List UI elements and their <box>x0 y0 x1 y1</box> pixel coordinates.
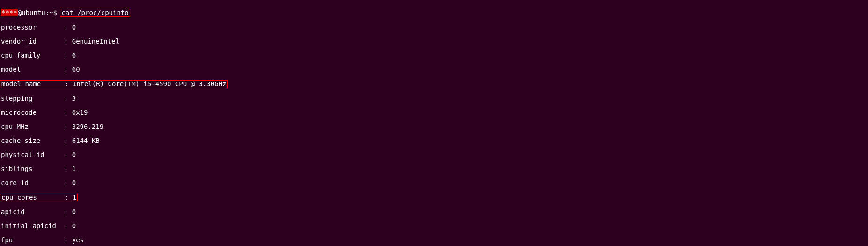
colon: : <box>64 151 72 158</box>
row-cpu-cores: cpu cores : 1 <box>1 194 867 201</box>
highlight-model-name: model name : Intel(R) Core(TM) i5-4590 C… <box>0 80 228 88</box>
colon: : <box>64 66 72 73</box>
prompt-user-masked: **** <box>1 9 18 16</box>
colon: : <box>64 165 72 172</box>
row-model-name: model name : Intel(R) Core(TM) i5-4590 C… <box>1 80 867 88</box>
prompt-line: ****@ubuntu:~$ cat /proc/cpuinfo <box>1 9 867 17</box>
colon: : <box>64 109 72 116</box>
colon: : <box>64 222 72 230</box>
row-cpu-family: cpu family : 6 <box>1 52 867 59</box>
prompt-host: @ubuntu:~$ <box>18 9 61 16</box>
row-physical-id: physical id : 0 <box>1 151 867 158</box>
row-initial-apicid: initial apicid : 0 <box>1 223 867 230</box>
highlight-cpu-cores: cpu cores : 1 <box>0 194 78 201</box>
row-fpu: fpu : yes <box>1 237 867 244</box>
terminal-output[interactable]: ****@ubuntu:~$ cat /proc/cpuinfo process… <box>0 0 868 246</box>
colon: : <box>64 208 72 216</box>
row-microcode: microcode : 0x19 <box>1 109 867 116</box>
row-cpu-mhz: cpu MHz : 3296.219 <box>1 123 867 130</box>
colon: : <box>64 179 72 186</box>
row-vendor-id: vendor_id : GenuineIntel <box>1 38 867 45</box>
row-siblings: siblings : 1 <box>1 165 867 172</box>
colon: : <box>64 23 72 31</box>
colon: : <box>64 52 72 59</box>
colon: : <box>64 137 72 144</box>
row-cache-size: cache size : 6144 KB <box>1 137 867 144</box>
row-stepping: stepping : 3 <box>1 95 867 102</box>
colon: : <box>64 95 72 102</box>
colon: : <box>65 80 73 88</box>
highlight-command: cat /proc/cpuinfo <box>60 9 130 17</box>
colon: : <box>64 123 72 130</box>
row-processor: processor : 0 <box>1 24 867 31</box>
colon: : <box>64 236 72 244</box>
row-model: model : 60 <box>1 66 867 73</box>
row-core-id: core id : 0 <box>1 179 867 186</box>
colon: : <box>65 194 73 201</box>
command-text: cat /proc/cpuinfo <box>61 9 128 16</box>
colon: : <box>64 37 72 45</box>
row-apicid: apicid : 0 <box>1 209 867 216</box>
